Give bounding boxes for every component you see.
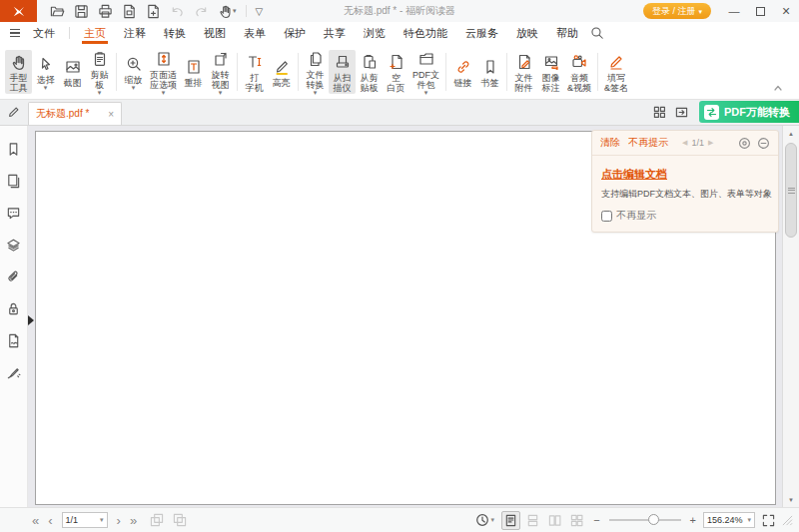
document-canvas[interactable]: 清除 不再提示 ◀ 1/1 ▶ 点击编辑文档 支持编辑PDF文档文本、图片、表单… xyxy=(28,126,782,507)
ribbon-pdf-portfolio-button[interactable]: PDF文 件包 ▾ xyxy=(409,47,442,97)
menu-tab-help[interactable]: 帮助 xyxy=(547,22,587,44)
ribbon-rotate-view-button[interactable]: 旋转 视图 ▾ xyxy=(207,47,234,97)
ribbon-from-scanner-button[interactable]: 从扫 描仪 xyxy=(329,50,356,94)
search-button[interactable] xyxy=(590,26,604,40)
menu-tab-share[interactable]: 共享 xyxy=(315,22,355,44)
sidebar-security-button[interactable] xyxy=(6,301,21,316)
ribbon-fill-sign-button[interactable]: 填写 &签名 xyxy=(601,50,631,94)
sidebar-expand-handle[interactable] xyxy=(28,315,34,325)
edit-document-link[interactable]: 点击编辑文档 xyxy=(601,167,667,182)
ribbon-file-attachment-button[interactable]: 文件 附件 xyxy=(510,50,537,94)
ribbon-file-convert-button[interactable]: 文件 转换 ▾ xyxy=(302,47,329,97)
last-page-button[interactable]: » xyxy=(130,514,137,527)
ribbon-zoom-button[interactable]: 缩放 ▾ xyxy=(120,52,147,92)
facing-view-button[interactable] xyxy=(545,511,564,530)
scroll-down-button[interactable]: ▼ xyxy=(783,492,799,507)
pager-next-icon[interactable]: ▶ xyxy=(708,139,713,147)
sidebar-sign-button[interactable] xyxy=(6,365,21,380)
hand-select-button[interactable]: ▾ xyxy=(218,4,237,19)
continuous-view-button[interactable] xyxy=(523,511,542,530)
multi-tab-view-button[interactable] xyxy=(653,106,666,119)
ribbon-fit-page-button[interactable]: 页面适 应选项 ▾ xyxy=(147,47,180,97)
facing-continuous-view-button[interactable] xyxy=(567,511,586,530)
quick-edit-button[interactable] xyxy=(0,99,28,125)
undo-button[interactable] xyxy=(170,4,185,19)
collapse-circle-icon[interactable] xyxy=(757,137,770,150)
ribbon-link-button[interactable]: 链接 xyxy=(449,55,476,89)
sidebar-layers-button[interactable] xyxy=(6,238,21,253)
page-number-input[interactable]: 1/1 ▾ xyxy=(62,512,108,528)
dont-remind-button[interactable]: 不再提示 xyxy=(628,136,668,150)
page-display-options-button[interactable]: ▾ xyxy=(475,513,495,527)
menu-tab-convert[interactable]: 转换 xyxy=(155,22,195,44)
maximize-button[interactable] xyxy=(747,0,773,22)
scrollbar-track[interactable] xyxy=(783,141,799,492)
minimize-button[interactable]: — xyxy=(721,0,747,22)
next-view-button[interactable] xyxy=(173,513,187,527)
save-button[interactable] xyxy=(74,4,89,19)
menu-tab-home[interactable]: 主页 xyxy=(75,22,115,44)
dont-show-label: 不再显示 xyxy=(616,209,656,223)
tab-list-button[interactable] xyxy=(675,106,688,119)
dont-show-checkbox[interactable] xyxy=(601,211,612,222)
print-button[interactable] xyxy=(98,4,113,19)
save-as-button[interactable] xyxy=(122,4,137,19)
zoom-in-button[interactable]: + xyxy=(690,514,696,526)
menu-tab-browse[interactable]: 浏览 xyxy=(355,22,395,44)
ribbon-reflow-button[interactable]: 重排 xyxy=(180,55,207,89)
customize-toolbar-button[interactable]: ▽ xyxy=(256,6,264,17)
next-page-button[interactable]: › xyxy=(117,514,121,527)
single-page-view-button[interactable] xyxy=(501,511,520,530)
vertical-scrollbar[interactable]: ▲ ▼ xyxy=(782,126,799,507)
fullscreen-button[interactable] xyxy=(762,514,775,527)
previous-view-button[interactable] xyxy=(150,513,164,527)
window-resize-grip[interactable] xyxy=(782,515,793,526)
menu-tab-form[interactable]: 表单 xyxy=(235,22,275,44)
settings-circle-icon[interactable] xyxy=(738,137,751,150)
menu-tab-protect[interactable]: 保护 xyxy=(275,22,315,44)
previous-page-button[interactable]: ‹ xyxy=(48,514,52,527)
pdf-convert-button[interactable]: PDF万能转换 xyxy=(699,101,799,123)
ribbon-hand-tool-button[interactable]: 手型 工具 xyxy=(5,50,32,94)
ribbon-bookmark-button[interactable]: 书签 xyxy=(476,55,503,89)
menu-file[interactable]: 文件 xyxy=(24,22,64,44)
sidebar-comments-button[interactable] xyxy=(6,206,21,221)
sidebar-attachments-button[interactable] xyxy=(6,269,21,284)
ribbon-audio-video-button[interactable]: 音频 &视频 xyxy=(564,50,594,94)
ribbon-typewriter-button[interactable]: 打 字机 xyxy=(241,50,268,94)
tab-close-button[interactable]: × xyxy=(108,109,114,120)
first-page-button[interactable]: « xyxy=(32,514,39,527)
ribbon-clipboard-button[interactable]: 剪贴 板 ▾ xyxy=(86,47,113,97)
pager-prev-icon[interactable]: ◀ xyxy=(682,139,687,147)
zoom-out-button[interactable]: − xyxy=(593,514,599,526)
document-tab[interactable]: 无标题.pdf * × xyxy=(28,102,122,125)
ribbon-label: PDF文 件包 xyxy=(412,70,439,90)
menu-tab-cloud[interactable]: 云服务 xyxy=(456,22,507,44)
menu-tab-view[interactable]: 视图 xyxy=(195,22,235,44)
sidebar-signatures-button[interactable] xyxy=(6,333,21,348)
zoom-level-input[interactable]: 156.24% ▾ xyxy=(703,512,755,528)
open-button[interactable] xyxy=(50,4,65,19)
redo-button[interactable] xyxy=(194,4,209,19)
zoom-slider-thumb[interactable] xyxy=(648,514,659,525)
close-button[interactable]: × xyxy=(773,0,799,22)
sidebar-pages-button[interactable] xyxy=(6,174,21,189)
sidebar-bookmarks-button[interactable] xyxy=(6,142,21,157)
ribbon-image-annotation-button[interactable]: 图像 标注 xyxy=(537,50,564,94)
ribbon-snapshot-button[interactable]: 截图 xyxy=(59,55,86,89)
menu-tab-features[interactable]: 特色功能 xyxy=(395,22,456,44)
scroll-up-button[interactable]: ▲ xyxy=(783,126,799,141)
scrollbar-thumb[interactable] xyxy=(785,143,797,238)
ribbon-label: 打 字机 xyxy=(246,73,264,93)
add-page-button[interactable] xyxy=(146,4,161,19)
login-register-button[interactable]: 登录 / 注册 ▾ xyxy=(643,3,711,19)
zoom-slider[interactable] xyxy=(609,519,681,521)
ribbon-collapse-button[interactable] xyxy=(773,78,783,96)
ribbon-from-clipboard-button[interactable]: 从剪 贴板 xyxy=(356,50,383,94)
clear-button[interactable]: 清除 xyxy=(600,136,620,150)
menu-tab-comment[interactable]: 注释 xyxy=(115,22,155,44)
menu-tab-present[interactable]: 放映 xyxy=(507,22,547,44)
ribbon-blank-page-button[interactable]: 空 白页 xyxy=(383,50,409,94)
ribbon-highlight-button[interactable]: 高亮 xyxy=(268,55,295,89)
ribbon-select-button[interactable]: 选择 ▾ xyxy=(32,52,59,92)
